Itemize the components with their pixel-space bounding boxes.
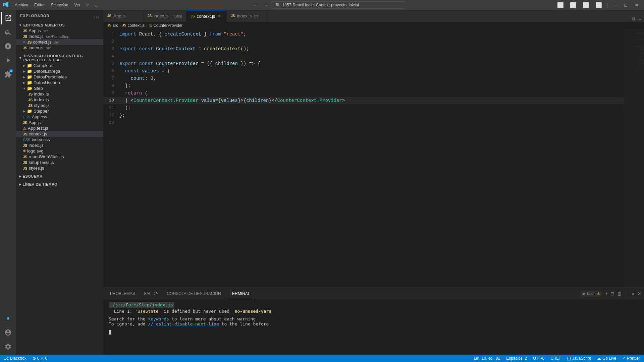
split-terminal-button[interactable]: ⊟: [610, 291, 614, 296]
breadcrumb-src[interactable]: src: [113, 23, 118, 28]
file-setuptests[interactable]: JS setupTests.js: [16, 160, 103, 165]
file-step-indexjs-2[interactable]: JS index.js: [16, 97, 103, 103]
chevron-down-icon: ▼: [19, 56, 22, 60]
golive-icon: ☁: [597, 356, 601, 361]
activity-explorer[interactable]: [1, 11, 15, 25]
status-golive[interactable]: ☁ Go Live: [596, 356, 618, 361]
menu-archivo[interactable]: Archivo: [12, 2, 31, 8]
maximize-panel-button[interactable]: ∧: [631, 291, 635, 296]
esquema-header[interactable]: ▶ ESQUEMA: [16, 174, 103, 179]
close-panel-button[interactable]: ✕: [637, 291, 641, 296]
file-index-js[interactable]: JS index.js: [16, 142, 103, 148]
folder-stepper[interactable]: ▶ 📁 Stepper: [16, 108, 103, 114]
activity-blackbox[interactable]: B: [1, 312, 15, 325]
activity-git[interactable]: [1, 40, 15, 53]
menu-editar[interactable]: Editar: [32, 2, 47, 8]
file-step-indexjs-1[interactable]: JS index.js: [16, 91, 103, 97]
nav-forward-button[interactable]: →: [261, 2, 271, 8]
open-file-appjs[interactable]: JS App.js src: [16, 28, 103, 34]
menu-more[interactable]: ...: [92, 2, 101, 8]
activity-extensions[interactable]: 2: [1, 68, 15, 81]
folder-datosUsuario[interactable]: ▶ 📁 DatosUsuario: [16, 80, 103, 85]
add-terminal-button[interactable]: +: [605, 291, 608, 296]
more-terminal-button[interactable]: ···: [625, 291, 629, 296]
activity-run[interactable]: [1, 54, 15, 67]
linea-header[interactable]: ▶ LÍNEA DE TIEMPO: [16, 182, 103, 187]
layout-icon-4[interactable]: ⬜: [593, 1, 604, 9]
sidebar-more-button[interactable]: ...: [94, 13, 99, 18]
tab-problems[interactable]: PROBLEMAS: [106, 289, 139, 298]
file-styles-js[interactable]: JS styles.js: [16, 165, 103, 171]
tab-consola[interactable]: CONSOLA DE DEPURACIÓN: [163, 289, 225, 298]
file-index-css[interactable]: CSS index.css: [16, 137, 103, 142]
titlebar-left: Archivo Editar Selección Ver Ir ...: [3, 1, 101, 9]
status-prettier[interactable]: ✓ Prettier: [621, 356, 641, 361]
status-spaces[interactable]: Espacios: 2: [505, 356, 528, 361]
open-file-contextjs[interactable]: ✕ JS context.js src: [16, 39, 103, 45]
close-button[interactable]: ✕: [632, 2, 641, 8]
status-eol[interactable]: CRLF: [549, 356, 562, 361]
breadcrumb-file[interactable]: context.js: [127, 23, 145, 28]
activity-search[interactable]: [1, 25, 15, 39]
file-step-stylesjs[interactable]: JS styles.js: [16, 103, 103, 108]
code-editor[interactable]: 1 import React, { createContext } from "…: [103, 29, 624, 288]
tab-terminal[interactable]: TERMINAL: [226, 289, 254, 298]
tab-contextjs[interactable]: JS context.js ✕: [186, 10, 227, 22]
bash-text: bash: [587, 291, 596, 296]
status-encoding[interactable]: UTF-8: [532, 356, 546, 361]
activity-bottom: B: [1, 312, 15, 355]
search-bar[interactable]: 🔍 1857-ReactHooks-Context-proyecto_inici…: [271, 1, 405, 9]
terminal-panel: PROBLEMAS SALIDA CONSOLA DE DEPURACIÓN T…: [103, 288, 644, 355]
more-tabs-button[interactable]: ···: [637, 16, 641, 22]
tab-close-button[interactable]: ✕: [217, 13, 222, 19]
nav-back-button[interactable]: ←: [251, 2, 261, 8]
layout-icon-3[interactable]: ⬜: [581, 1, 591, 9]
tab-indexjs-step[interactable]: JS index.js ...\Step: [144, 10, 186, 22]
trash-terminal-button[interactable]: 🗑: [617, 291, 622, 296]
status-language[interactable]: { } JavaScript: [566, 356, 592, 361]
open-file-indexjs-src[interactable]: JS index.js src: [16, 45, 103, 51]
menu-ver[interactable]: Ver: [71, 2, 83, 8]
code-line-10: 10 | <CounterContext.Provider value={val…: [103, 97, 624, 104]
maximize-button[interactable]: □: [622, 2, 630, 8]
menu-seleccion[interactable]: Selección: [48, 2, 71, 8]
activity-settings[interactable]: [1, 340, 15, 353]
status-errors[interactable]: ⊘ 0 △ 0: [31, 356, 49, 361]
code-line-2: 2: [103, 38, 624, 45]
status-position[interactable]: Lín. 10, col. 81: [472, 356, 501, 361]
project-header[interactable]: ▼ 1857-REACTHOOKS-CONTEXT-PROYECTO_INICI…: [16, 53, 103, 63]
file-app-js[interactable]: JS App.js: [16, 120, 103, 125]
folder-datosEntrega[interactable]: ▶ 📁 DatosEntrega: [16, 68, 103, 74]
open-file-indexjs-step[interactable]: JS index.js src\Form\Step: [16, 34, 103, 39]
open-editors-header[interactable]: ▼ EDITORES ABIERTOS: [16, 22, 103, 28]
menu-ir[interactable]: Ir: [84, 2, 91, 8]
close-icon[interactable]: ✕: [23, 40, 26, 44]
file-app-testjs[interactable]: ⚠ App.test.js: [16, 125, 103, 131]
eslint-disable-link[interactable]: // eslint-disable-next-line: [148, 321, 219, 326]
split-editor-button[interactable]: ⧉: [632, 16, 635, 22]
minimize-button[interactable]: ─: [611, 2, 620, 8]
tab-appjs[interactable]: JS App.js: [103, 10, 144, 22]
folder-complete[interactable]: ▶ 📁 Complete: [16, 63, 103, 68]
tabs-bar: JS App.js JS index.js ...\Step JS contex…: [103, 10, 644, 22]
status-git[interactable]: ⎇ Blackbox: [3, 356, 28, 361]
js-icon: JS: [148, 14, 152, 18]
file-app-css[interactable]: CSS App.css: [16, 114, 103, 120]
keywords-link[interactable]: keywords: [148, 316, 169, 321]
panel-tabs-bar: PROBLEMAS SALIDA CONSOLA DE DEPURACIÓN T…: [103, 288, 644, 300]
file-reportwebvitals[interactable]: JS reportWebVitals.js: [16, 154, 103, 160]
tab-salida[interactable]: SALIDA: [140, 289, 162, 298]
layout-icon-2[interactable]: ⬜: [568, 1, 579, 9]
bash-label[interactable]: ▶ bash ⚠: [581, 291, 602, 297]
folder-step[interactable]: ▼ 📂 Step: [16, 85, 103, 91]
layout-icon-1[interactable]: ⬜: [555, 1, 566, 9]
tab-indexjs-src[interactable]: JS index.js src: [227, 10, 267, 22]
breadcrumb-component[interactable]: CounterProvider: [153, 23, 182, 28]
activity-account[interactable]: [1, 326, 15, 339]
file-context-js[interactable]: JS context.js: [16, 131, 103, 137]
file-tree: ▼ EDITORES ABIERTOS JS App.js src JS ind…: [16, 21, 103, 355]
folder-datosPersonales[interactable]: ▶ 📁 DatosPersonales: [16, 74, 103, 80]
file-logo-svg[interactable]: ✱ logo.svg: [16, 148, 103, 154]
chevron-down-icon: ▼: [19, 23, 22, 27]
golive-text: Go Live: [602, 356, 616, 361]
